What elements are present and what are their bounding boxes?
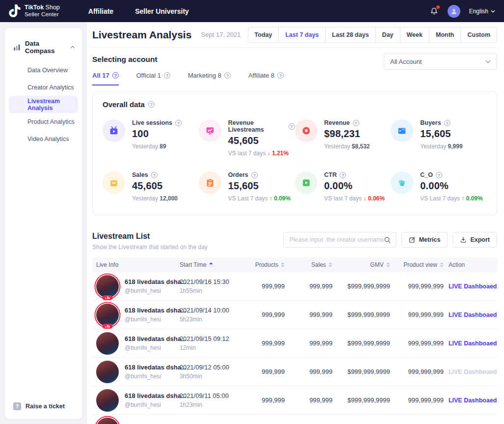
- creator-avatar: [96, 332, 119, 355]
- chevron-down-icon: [485, 60, 491, 63]
- overall-data-heading: Overall data: [103, 100, 145, 109]
- livestream-list-title: Livestream List: [92, 232, 208, 241]
- help-icon[interactable]: ?: [112, 72, 119, 79]
- tiktok-shop-logo[interactable]: TikTok Shop Seller Center: [9, 4, 60, 17]
- help-icon[interactable]: ?: [164, 72, 170, 79]
- sidebar-item-product-analytics[interactable]: Product Analytics: [5, 113, 82, 130]
- account-tab-official[interactable]: Official 1?: [136, 72, 170, 85]
- col-start-time[interactable]: Start Time: [180, 261, 243, 268]
- col-products[interactable]: Products: [243, 261, 287, 268]
- search-icon[interactable]: [384, 236, 391, 244]
- notification-dot: [436, 5, 440, 9]
- sidebar-column: Data Compass Data Overview Creator Analy…: [0, 22, 87, 424]
- tiktok-logo-icon: [9, 4, 21, 17]
- stat-revenue-livestreams: Revenue Livestreams? 45,605 VS last 7 da…: [199, 119, 295, 157]
- col-action: Action: [446, 261, 493, 268]
- wallet-icon: [391, 119, 413, 142]
- raise-ticket-button[interactable]: ? Raise a ticket: [5, 402, 82, 410]
- help-icon[interactable]: ?: [251, 172, 258, 178]
- stat-live-sessions: Live sessions? 100 Yesterday 89: [103, 119, 199, 157]
- live-tv-icon: [103, 119, 125, 142]
- notifications-button[interactable]: [429, 6, 439, 16]
- live-data-badge: [103, 324, 113, 329]
- sidebar-item-video-analytics[interactable]: Video Analytics: [5, 130, 82, 147]
- account-dropdown[interactable]: All Account: [384, 54, 497, 70]
- language-selector[interactable]: English: [469, 8, 495, 15]
- export-button[interactable]: Export: [452, 232, 497, 248]
- account-tab-marketing[interactable]: Marketing 8?: [188, 72, 231, 85]
- range-last-28-days[interactable]: Last 28 days: [325, 28, 375, 42]
- metrics-button[interactable]: Metrics: [401, 232, 448, 248]
- bar-chart-icon: [13, 44, 21, 51]
- user-avatar[interactable]: [448, 5, 460, 18]
- col-product-view[interactable]: Product view: [392, 261, 446, 268]
- chevron-up-icon: [70, 46, 75, 49]
- range-today[interactable]: Today: [248, 28, 279, 42]
- help-icon[interactable]: ?: [277, 72, 284, 79]
- live-dashboard-link-disabled: LIVE Dashboaed: [449, 368, 497, 375]
- col-sales[interactable]: Sales: [287, 261, 334, 268]
- creator-avatar-live: [96, 304, 119, 326]
- search-input[interactable]: [290, 236, 384, 243]
- sidebar-item-data-overview[interactable]: Data Overview: [5, 61, 82, 79]
- col-live-info: Live Info: [96, 261, 180, 268]
- livestream-list-subtitle: Show the Livestream that started on the …: [92, 244, 208, 251]
- sort-icon: [440, 262, 444, 267]
- range-custom[interactable]: Custom: [460, 28, 497, 42]
- sort-icon: [209, 262, 213, 267]
- stat-orders: Orders? 15,605 VS Last 7 days 0.09%: [199, 171, 295, 202]
- table-row: 618 livedatas dsha... @burrihi_hesi 2021…: [92, 301, 497, 329]
- tags-icon: [391, 171, 413, 194]
- help-icon[interactable]: ?: [353, 120, 359, 126]
- help-icon[interactable]: ?: [289, 123, 295, 130]
- help-icon[interactable]: ?: [148, 101, 155, 108]
- play-square-icon: [295, 171, 318, 194]
- nav-item-affiliate[interactable]: Affiliate: [88, 7, 113, 15]
- table-row: 618 livedatas dsha... @burrihi_hesi 2021…: [92, 329, 497, 358]
- creator-avatar: [96, 389, 119, 412]
- help-icon[interactable]: ?: [436, 172, 442, 178]
- live-dashboard-link[interactable]: LIVE Dashboaed: [449, 397, 497, 404]
- nav-item-seller-university[interactable]: Seller University: [135, 7, 189, 15]
- help-icon[interactable]: ?: [340, 172, 346, 178]
- sidebar-section-data-compass[interactable]: Data Compass: [5, 40, 82, 55]
- range-week[interactable]: Week: [400, 28, 429, 42]
- range-day[interactable]: Day: [375, 28, 400, 42]
- stat-sales: Sales? 45,605 Yesterday 12,000: [103, 171, 199, 202]
- creator-search: [283, 232, 397, 248]
- help-bubble-icon: ?: [13, 402, 21, 410]
- table-header-row: Live Info Start Time Products Sales GMV …: [92, 257, 497, 272]
- top-navbar: TikTok Shop Seller Center Affiliate Sell…: [0, 0, 504, 22]
- range-last-7-days[interactable]: Last 7 days: [278, 28, 325, 42]
- livestream-list-section: Livestream List Show the Livestream that…: [92, 232, 497, 424]
- creator-avatar-live: [96, 418, 119, 424]
- sidebar-item-creator-analytics[interactable]: Creator Analytics: [5, 79, 82, 96]
- shopping-bag-icon: [103, 171, 125, 194]
- creator-avatar: [96, 361, 119, 383]
- live-dashboard-link[interactable]: LIVE Dashboaed: [449, 311, 497, 318]
- help-icon[interactable]: ?: [444, 120, 451, 126]
- help-icon[interactable]: ?: [151, 172, 158, 178]
- sort-icon: [281, 262, 285, 267]
- table-row: 618 livedatas dsha... @burrihi_hesi 2021…: [92, 358, 497, 386]
- live-data-badge: [103, 295, 113, 300]
- help-icon[interactable]: ?: [224, 72, 231, 79]
- account-tab-affiliate[interactable]: Affiliate 8?: [248, 72, 284, 85]
- col-gmv[interactable]: GMV: [334, 261, 392, 268]
- stat-c-o: C_O? 0.00% VS Last 7 days 0.09%: [391, 171, 487, 202]
- sort-icon: [386, 262, 390, 267]
- overall-data-card: Overall data ? Live sessions? 100 Yester…: [92, 91, 497, 215]
- download-icon: [460, 236, 467, 243]
- sidebar-item-livestream-analysis[interactable]: Livestream Analysis: [9, 96, 78, 113]
- avatar-icon: [450, 7, 458, 15]
- help-icon[interactable]: ?: [175, 120, 182, 126]
- live-dashboard-link[interactable]: LIVE Dashboaed: [449, 283, 497, 290]
- donut-icon: [295, 119, 318, 142]
- sort-icon: [328, 262, 332, 267]
- live-dashboard-link[interactable]: LIVE Dashboaed: [449, 340, 497, 347]
- range-month[interactable]: Month: [429, 28, 460, 42]
- stat-revenue: Revenue? $98,231 Yesterday $8,532: [295, 119, 391, 157]
- clipboard-icon: [199, 171, 221, 194]
- account-tab-all[interactable]: All 17?: [92, 72, 119, 85]
- main-content: Livestream Analysis Sept 17, 2021 Today …: [87, 22, 504, 424]
